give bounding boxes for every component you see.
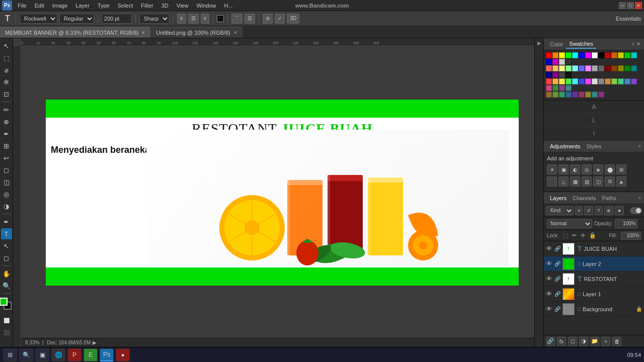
taskbar-chrome[interactable]: 🌐 <box>51 348 65 361</box>
swatch-color[interactable] <box>624 52 630 58</box>
layer-link-juice-buah[interactable]: 🔗 <box>554 246 560 251</box>
lasso-tool[interactable]: ⌀ <box>1 64 12 75</box>
adj-channel-mixer[interactable]: ▦ <box>570 176 580 187</box>
swatch-color[interactable] <box>566 85 572 91</box>
swatch-color[interactable] <box>552 52 558 58</box>
font-size-input[interactable] <box>102 14 132 24</box>
warp-text-button[interactable]: ⌒ <box>231 14 243 24</box>
swatch-color[interactable] <box>566 72 572 78</box>
type-tool[interactable]: T <box>1 228 12 239</box>
maximize-button[interactable]: □ <box>627 2 634 9</box>
swatch-color[interactable] <box>631 65 637 71</box>
layer-delete-btn[interactable]: 🗑 <box>612 337 621 346</box>
adj-threshold[interactable]: ▲ <box>616 176 626 187</box>
hand-tool[interactable]: ✋ <box>1 268 12 279</box>
swatch-color[interactable] <box>546 92 552 98</box>
swatch-color[interactable] <box>605 52 611 58</box>
layer-link-restotant[interactable]: 🔗 <box>554 276 560 282</box>
swatch-color[interactable] <box>559 59 565 65</box>
move-tool[interactable]: ↖ <box>1 40 12 51</box>
swatch-color[interactable] <box>585 92 591 98</box>
adj-posterize[interactable]: ⧉ <box>605 176 615 187</box>
swatch-color[interactable] <box>618 65 624 71</box>
minimize-button[interactable]: ─ <box>619 2 626 9</box>
swatch-color[interactable] <box>572 78 578 84</box>
swatch-color[interactable] <box>618 78 624 84</box>
foreground-color[interactable] <box>0 298 8 306</box>
menu-edit[interactable]: Edit <box>31 2 48 10</box>
history-brush-tool[interactable]: ↩ <box>1 152 12 163</box>
path-select-tool[interactable]: ↖ <box>1 240 12 251</box>
swatch-color[interactable] <box>552 59 558 65</box>
swatch-color[interactable] <box>546 72 552 78</box>
layer-juice-buah[interactable]: 👁 🔗 T T JUICE BUAH <box>544 241 644 256</box>
eraser-tool[interactable]: ◻ <box>1 164 12 175</box>
taskbar-start[interactable]: ⊞ <box>3 348 17 361</box>
layers-kind-filter[interactable]: Kind <box>546 206 574 215</box>
layer-layer1[interactable]: 👁 🔗 □ Layer 1 <box>544 287 644 302</box>
menu-select[interactable]: Select <box>114 2 137 10</box>
menu-layer[interactable]: Layer <box>72 2 93 10</box>
aa-select[interactable]: Sharp <box>139 14 170 24</box>
swatch-color[interactable] <box>605 78 611 84</box>
swatch-color[interactable] <box>572 92 578 98</box>
eyedropper-tool[interactable]: ✏ <box>1 104 12 115</box>
layers-filter-btn-3[interactable]: T <box>595 206 603 215</box>
lock-position-icon[interactable]: ✛ <box>581 232 585 239</box>
layer-restotant[interactable]: 👁 🔗 T T RESTOTANT <box>544 272 644 287</box>
layer-vis-layer2[interactable]: 👁 <box>546 260 552 267</box>
swatch-color[interactable] <box>598 92 604 98</box>
layer-background[interactable]: 👁 🔗 □ Background 🔒 <box>544 302 644 317</box>
panel-icon-btn-adjust[interactable]: A <box>544 101 644 114</box>
swatch-color[interactable] <box>592 52 598 58</box>
adj-vibrance[interactable]: ◈ <box>593 164 603 174</box>
swatch-color[interactable] <box>552 78 558 84</box>
marquee-tool[interactable]: ⬚ <box>1 52 12 63</box>
commit-type-button[interactable]: ✓ <box>275 14 285 24</box>
quick-select-tool[interactable]: ✲ <box>1 76 12 87</box>
adj-color-lookup[interactable]: ▥ <box>582 176 592 187</box>
swatch-color[interactable] <box>572 52 578 58</box>
layer-link-layer2[interactable]: 🔗 <box>554 261 560 266</box>
cancel-type-button[interactable]: ⊘ <box>263 14 273 24</box>
swatch-color[interactable] <box>592 78 598 84</box>
font-style-select[interactable]: Regular <box>59 14 94 24</box>
swatch-color[interactable] <box>559 92 565 98</box>
adj-tab-adjustments[interactable]: Adjustments <box>547 142 584 150</box>
swatch-color[interactable] <box>559 52 565 58</box>
swatch-color[interactable] <box>592 92 598 98</box>
adj-curves[interactable]: ◐ <box>570 164 580 174</box>
lock-all-icon[interactable]: 🔒 <box>589 232 596 239</box>
tab-banner[interactable]: MEMBUAT BANNER @ 8.33% (RESTOTANT, RGB/8… <box>0 27 151 38</box>
brush-tool[interactable]: ✒ <box>1 128 12 139</box>
menu-filter[interactable]: Filter <box>137 2 156 10</box>
swatch-color[interactable] <box>552 85 558 91</box>
swatch-color[interactable] <box>552 92 558 98</box>
swatches-tab[interactable]: Swatches <box>566 40 596 49</box>
swatch-color[interactable] <box>624 65 630 71</box>
layer-link-footer-btn[interactable]: 🔗 <box>546 337 555 346</box>
zoom-tool[interactable]: 🔍 <box>1 280 12 291</box>
swatch-color[interactable] <box>592 65 598 71</box>
swatch-color[interactable] <box>546 59 552 65</box>
pen-tool[interactable]: ✒ <box>1 216 12 227</box>
layers-tab-paths[interactable]: Paths <box>599 194 619 202</box>
blur-tool[interactable]: ◎ <box>1 189 12 200</box>
lock-transparent-icon[interactable]: ⬚ <box>563 232 568 239</box>
layer-mask-btn[interactable]: ◻ <box>568 337 577 346</box>
adj-exposure[interactable]: ◎ <box>582 164 592 174</box>
swatch-color[interactable] <box>552 65 558 71</box>
adj-color-balance[interactable]: ⊞ <box>616 164 626 174</box>
swatch-color[interactable] <box>585 65 591 71</box>
swatch-color[interactable] <box>559 85 565 91</box>
adj-menu-icon[interactable]: ≡ <box>638 143 641 149</box>
swatch-color[interactable] <box>552 72 558 78</box>
adj-photo-filter[interactable]: △ <box>558 176 569 187</box>
panel-collapse-icon[interactable]: ▼ <box>636 41 641 47</box>
menu-type[interactable]: Type <box>94 2 113 10</box>
gradient-tool[interactable]: ◫ <box>1 176 12 188</box>
crop-tool[interactable]: ⊡ <box>1 88 12 100</box>
layers-filter-btn-1[interactable]: ≡ <box>575 206 583 215</box>
swatch-color[interactable] <box>585 78 591 84</box>
lock-image-icon[interactable]: ✏ <box>572 232 577 239</box>
